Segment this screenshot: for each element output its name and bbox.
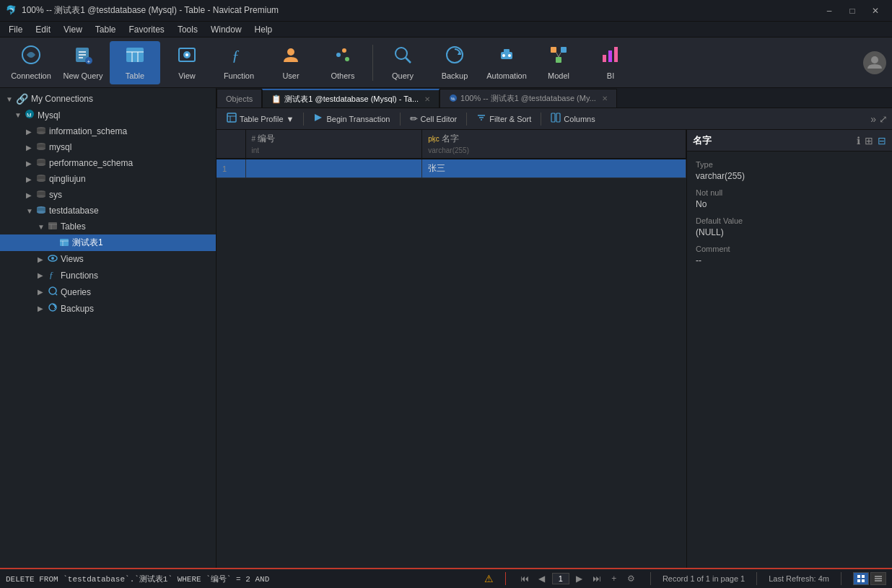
sidebar-tree: ▼ 🔗 My Connections ▼ M Mysql ▶ informati… — [0, 88, 216, 568]
status-separator-4 — [841, 572, 841, 585]
settings-button[interactable]: ⚙ — [624, 572, 639, 585]
grid-view-button[interactable] — [853, 572, 869, 585]
sidebar-item-mysql[interactable]: ▼ M Mysql — [0, 107, 216, 123]
right-panel-header: 名字 ℹ ⊞ ⊟ — [687, 130, 892, 152]
col-header-mingzi[interactable]: pķc 名字 varchar(255) — [422, 130, 686, 159]
minimize-button[interactable]: – — [818, 4, 840, 18]
svg-text:+: + — [87, 58, 91, 65]
title-bar-left: 🐬 100% -- 测试表1 @testdatabase (Mysql) - T… — [6, 4, 279, 17]
bi-label: BI — [607, 71, 614, 80]
svg-rect-78 — [857, 575, 860, 578]
toolbar-user[interactable]: User — [266, 41, 316, 84]
svg-rect-26 — [551, 47, 556, 53]
sidebar-item-testdatabase[interactable]: ▼ testdatabase — [0, 203, 216, 219]
svg-rect-32 — [608, 51, 612, 62]
sidebar-item-backups[interactable]: ▶ Backups — [0, 300, 216, 317]
sidebar-item-information-schema[interactable]: ▶ information_schema — [0, 123, 216, 139]
toolbar-bi[interactable]: BI — [585, 41, 636, 84]
table-profile-button[interactable]: Table Profile ▼ — [221, 110, 299, 127]
tab-data[interactable]: % 100% -- 测试表1 @testdatabase (My... ✕ — [440, 89, 617, 107]
toolbar-function[interactable]: ƒ Function — [214, 41, 264, 84]
mingzi-cell[interactable]: 张三 — [422, 159, 686, 178]
window-controls: – □ ✕ — [818, 4, 886, 18]
row-num-cell: 1 — [217, 159, 245, 178]
tab-table[interactable]: 📋 测试表1 @testdatabase (Mysql) - Ta... ✕ — [262, 89, 440, 107]
columns-button[interactable]: Columns — [545, 110, 600, 127]
menu-favorites[interactable]: Favorites — [123, 23, 170, 36]
toolbar-automation[interactable]: Automation — [481, 41, 532, 84]
last-page-button[interactable]: ⏭ — [590, 572, 604, 585]
sidebar-item-functions[interactable]: ▶ ƒ Functions — [0, 267, 216, 284]
columns-icon — [551, 113, 561, 125]
tab-close-data[interactable]: ✕ — [602, 95, 608, 102]
menu-file[interactable]: File — [3, 23, 28, 36]
close-button[interactable]: ✕ — [865, 4, 886, 18]
info-icon[interactable]: ℹ — [857, 135, 860, 146]
db-icon — [36, 157, 46, 169]
svg-text:ƒ: ƒ — [49, 270, 53, 279]
toolbar-model[interactable]: Model — [533, 41, 584, 84]
first-page-button[interactable]: ⏮ — [517, 572, 532, 585]
data-tab-icon: % — [449, 94, 458, 104]
sidebar-item-performance-schema[interactable]: ▶ performance_schema — [0, 155, 216, 171]
more-actions-icon[interactable]: » — [870, 113, 876, 125]
not-null-field: Not null No — [696, 188, 883, 209]
maximize-button[interactable]: □ — [841, 4, 863, 18]
sidebar-item-views[interactable]: ▶ Views — [0, 251, 216, 267]
filter-sort-button[interactable]: Filter & Sort — [471, 110, 537, 127]
cell-editor-button[interactable]: ✏ Cell Editor — [404, 111, 463, 126]
svg-point-23 — [502, 54, 505, 57]
begin-transaction-button[interactable]: Begin Transaction — [307, 110, 395, 127]
bianhao-cell[interactable] — [245, 159, 422, 178]
list-view-button[interactable] — [870, 572, 886, 585]
svg-point-16 — [336, 53, 341, 57]
expand-arrow: ▶ — [26, 144, 33, 152]
add-record-button[interactable]: + — [607, 572, 621, 585]
col-header-bianhao[interactable]: # 编号 int — [245, 130, 422, 159]
toolbar-backup[interactable]: Backup — [429, 41, 480, 84]
mysql-icon: M — [25, 109, 35, 121]
table-row[interactable]: 1 张三 — [217, 159, 686, 178]
sidebar-item-queries[interactable]: ▶ Queries — [0, 284, 216, 300]
toolbar-view[interactable]: View — [162, 41, 212, 84]
table-toolbar: Table Profile ▼ Begin Transaction ✏ Cell… — [217, 108, 892, 130]
svg-rect-31 — [603, 55, 606, 62]
page-number-input[interactable] — [552, 573, 569, 584]
menu-edit[interactable]: Edit — [30, 23, 56, 36]
toolbar-sep-4 — [541, 113, 541, 126]
menu-table[interactable]: Table — [89, 23, 122, 36]
right-panel-title: 名字 — [693, 134, 712, 147]
expand-arrow: ▼ — [38, 223, 45, 231]
tab-objects[interactable]: Objects — [217, 89, 262, 107]
maximize-table-icon[interactable]: ⤢ — [879, 113, 888, 125]
begin-transaction-icon — [313, 113, 323, 125]
sidebar-item-testibiao1[interactable]: 测试表1 — [0, 234, 216, 251]
expand-arrow: ▶ — [38, 255, 45, 263]
toolbar-query[interactable]: Query — [377, 41, 428, 84]
menu-window[interactable]: Window — [205, 23, 248, 36]
toolbar-separator-1 — [372, 45, 373, 81]
toolbar-table[interactable]: Table — [110, 41, 160, 84]
data-table-wrapper[interactable]: # 编号 int pķc 名字 — [217, 130, 686, 588]
tabs-bar: Objects 📋 测试表1 @testdatabase (Mysql) - T… — [217, 88, 892, 108]
toolbar-connection[interactable]: Connection — [6, 41, 56, 84]
menu-tools[interactable]: Tools — [172, 23, 204, 36]
automation-icon — [497, 45, 517, 69]
toolbar-new-query[interactable]: + New Query — [58, 41, 108, 84]
tab-close-table[interactable]: ✕ — [424, 95, 430, 103]
menu-help[interactable]: Help — [249, 23, 279, 36]
sidebar-item-sys[interactable]: ▶ sys — [0, 187, 216, 203]
toolbar-others[interactable]: Others — [318, 41, 368, 84]
next-page-button[interactable]: ▶ — [572, 572, 587, 585]
grid-icon[interactable]: ⊞ — [865, 135, 873, 146]
grid-active-icon[interactable]: ⊟ — [878, 135, 886, 146]
prev-page-button[interactable]: ◀ — [535, 572, 549, 585]
functions-icon: ƒ — [48, 269, 58, 281]
sidebar-item-mysql-db[interactable]: ▶ mysql — [0, 139, 216, 155]
user-avatar[interactable] — [863, 51, 886, 74]
sidebar-item-my-connections[interactable]: ▼ 🔗 My Connections — [0, 91, 216, 107]
sidebar-item-qingliujun[interactable]: ▶ qingliujun — [0, 171, 216, 187]
svg-rect-28 — [556, 57, 561, 63]
menu-view[interactable]: View — [58, 23, 88, 36]
sidebar-item-tables[interactable]: ▼ Tables — [0, 219, 216, 234]
